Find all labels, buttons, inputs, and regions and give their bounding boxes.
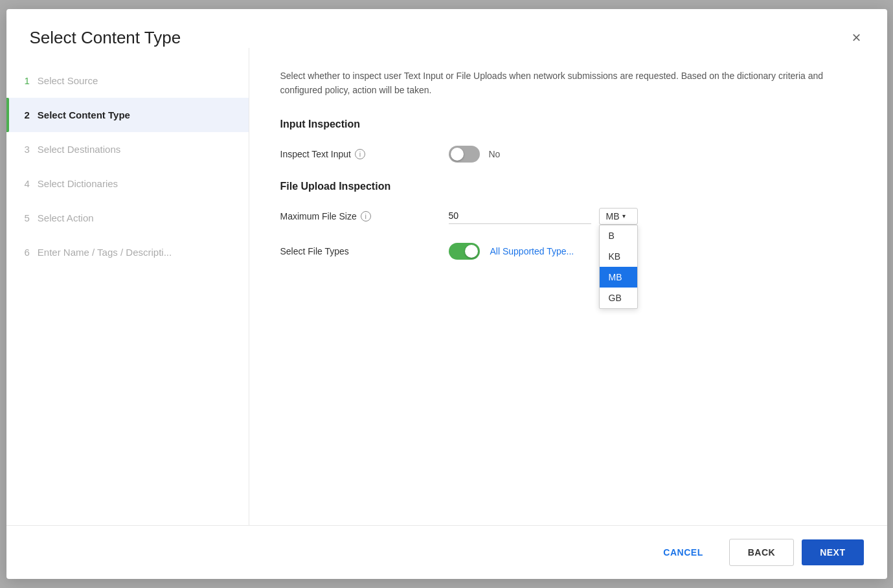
unit-option-b[interactable]: B (600, 225, 637, 246)
sidebar-item-label-4: Select Dictionaries (38, 178, 118, 189)
select-file-types-label: Select File Types (280, 246, 449, 256)
step-1-number: 1 (25, 75, 30, 86)
unit-dropdown: B KB MB GB (599, 225, 638, 309)
main-content: Select whether to inspect user Text Inpu… (249, 48, 887, 525)
step-2-number: 2 (25, 109, 30, 120)
description-text: Select whether to inspect user Text Inpu… (280, 69, 850, 98)
inspect-text-toggle[interactable] (449, 146, 480, 163)
step-4-number: 4 (25, 178, 30, 189)
modal-overlay: Select Content Type × 1 Select Source 2 … (0, 0, 893, 588)
sidebar-item-enter-name[interactable]: 6 Enter Name / Tags / Descripti... (6, 235, 249, 269)
sidebar-item-select-dictionaries[interactable]: 4 Select Dictionaries (6, 166, 249, 201)
all-supported-types-link[interactable]: All Supported Type... (490, 246, 574, 256)
inspect-text-toggle-knob (451, 148, 464, 161)
sidebar: 1 Select Source 2 Select Content Type 3 … (6, 48, 249, 525)
unit-option-gb[interactable]: GB (600, 288, 637, 308)
unit-select-button[interactable]: MB ▾ (599, 208, 638, 225)
sidebar-item-select-destinations[interactable]: 3 Select Destinations (6, 132, 249, 166)
modal-header: Select Content Type × (6, 9, 887, 48)
unit-option-kb[interactable]: KB (600, 246, 637, 267)
sidebar-item-label-6: Enter Name / Tags / Descripti... (38, 247, 172, 258)
unit-option-mb[interactable]: MB (600, 267, 637, 288)
select-file-types-toggle-knob (465, 245, 478, 258)
select-file-types-toggle[interactable] (449, 243, 480, 260)
select-file-types-row: Select File Types All Supported Type... (280, 243, 856, 260)
sidebar-item-label-1: Select Source (38, 75, 98, 86)
unit-dropdown-wrapper: MB ▾ B KB MB GB (599, 208, 638, 225)
file-upload-inspection-section: File Upload Inspection Maximum File Size… (280, 181, 856, 260)
back-button[interactable]: BACK (729, 539, 794, 566)
step-5-number: 5 (25, 212, 30, 223)
inspect-text-toggle-track[interactable] (449, 146, 480, 163)
close-button[interactable]: × (849, 27, 863, 48)
sidebar-item-label-5: Select Action (38, 212, 94, 223)
inspect-text-toggle-value: No (489, 149, 501, 159)
modal: Select Content Type × 1 Select Source 2 … (6, 9, 887, 579)
max-file-size-info-icon[interactable]: i (361, 211, 371, 221)
sidebar-item-select-source[interactable]: 1 Select Source (6, 63, 249, 98)
chevron-down-icon: ▾ (622, 212, 626, 220)
step-3-number: 3 (25, 144, 30, 155)
unit-selected-value: MB (606, 211, 620, 221)
select-file-types-toggle-track[interactable] (449, 243, 480, 260)
max-file-size-label: Maximum File Size i (280, 211, 449, 221)
input-inspection-title: Input Inspection (280, 119, 856, 130)
modal-footer: CANCEL BACK NEXT (6, 525, 887, 579)
input-inspection-section: Input Inspection Inspect Text Input i No (280, 119, 856, 163)
modal-title: Select Content Type (30, 28, 181, 48)
max-file-size-row: Maximum File Size i MB ▾ B KB (280, 208, 856, 225)
inspect-text-info-icon[interactable]: i (355, 149, 365, 159)
step-6-number: 6 (25, 247, 30, 258)
file-upload-inspection-title: File Upload Inspection (280, 181, 856, 192)
sidebar-item-select-content-type[interactable]: 2 Select Content Type (6, 98, 249, 132)
sidebar-item-label-2: Select Content Type (38, 109, 130, 120)
cancel-button[interactable]: CANCEL (645, 539, 721, 565)
max-file-size-input[interactable] (449, 208, 591, 224)
sidebar-item-label-3: Select Destinations (38, 144, 120, 155)
modal-body: 1 Select Source 2 Select Content Type 3 … (6, 48, 887, 525)
inspect-text-label: Inspect Text Input i (280, 149, 449, 159)
next-button[interactable]: NEXT (802, 539, 863, 565)
inspect-text-row: Inspect Text Input i No (280, 146, 856, 163)
sidebar-item-select-action[interactable]: 5 Select Action (6, 201, 249, 235)
